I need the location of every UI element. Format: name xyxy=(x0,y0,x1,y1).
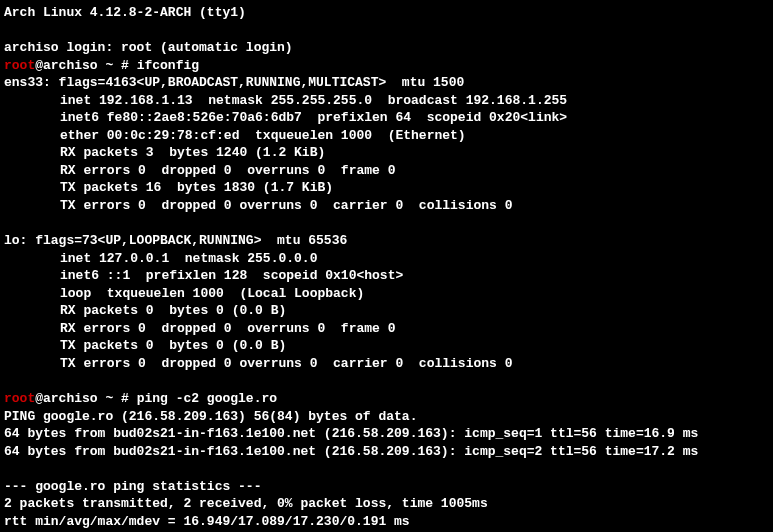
ifconfig-ens33-inet6: inet6 fe80::2ae8:526e:70a6:6db7 prefixle… xyxy=(4,109,769,127)
blank-line xyxy=(4,372,769,390)
ifconfig-lo-rxerrors: RX errors 0 dropped 0 overruns 0 frame 0 xyxy=(4,320,769,338)
ping-stats-header: --- google.ro ping statistics --- xyxy=(4,478,769,496)
blank-line xyxy=(4,22,769,40)
ifconfig-lo-header: lo: flags=73<UP,LOOPBACK,RUNNING> mtu 65… xyxy=(4,232,769,250)
ping-header: PING google.ro (216.58.209.163) 56(84) b… xyxy=(4,408,769,426)
ifconfig-lo-rxpackets: RX packets 0 bytes 0 (0.0 B) xyxy=(4,302,769,320)
blank-line xyxy=(4,460,769,478)
command-ping: ping -c2 google.ro xyxy=(137,391,277,406)
ifconfig-ens33-header: ens33: flags=4163<UP,BROADCAST,RUNNING,M… xyxy=(4,74,769,92)
ping-stats-rtt: rtt min/avg/max/mdev = 16.949/17.089/17.… xyxy=(4,513,769,531)
ifconfig-lo-txerrors: TX errors 0 dropped 0 overruns 0 carrier… xyxy=(4,355,769,373)
ping-stats-summary: 2 packets transmitted, 2 received, 0% pa… xyxy=(4,495,769,513)
prompt-line-2[interactable]: root@archiso ~ # ping -c2 google.ro xyxy=(4,390,769,408)
ifconfig-lo-loop: loop txqueuelen 1000 (Local Loopback) xyxy=(4,285,769,303)
ifconfig-ens33-txpackets: TX packets 16 bytes 1830 (1.7 KiB) xyxy=(4,179,769,197)
ifconfig-lo-inet: inet 127.0.0.1 netmask 255.0.0.0 xyxy=(4,250,769,268)
ifconfig-ens33-inet: inet 192.168.1.13 netmask 255.255.255.0 … xyxy=(4,92,769,110)
ifconfig-ens33-txerrors: TX errors 0 dropped 0 overruns 0 carrier… xyxy=(4,197,769,215)
prompt-line-1[interactable]: root@archiso ~ # ifconfig xyxy=(4,57,769,75)
ifconfig-ens33-rxerrors: RX errors 0 dropped 0 overruns 0 frame 0 xyxy=(4,162,769,180)
ifconfig-ens33-rxpackets: RX packets 3 bytes 1240 (1.2 KiB) xyxy=(4,144,769,162)
ifconfig-ens33-ether: ether 00:0c:29:78:cf:ed txqueuelen 1000 … xyxy=(4,127,769,145)
prompt-host-path: @archiso ~ # xyxy=(35,391,136,406)
header-line: Arch Linux 4.12.8-2-ARCH (tty1) xyxy=(4,4,769,22)
prompt-host-path: @archiso ~ # xyxy=(35,58,136,73)
prompt-user: root xyxy=(4,391,35,406)
login-line: archiso login: root (automatic login) xyxy=(4,39,769,57)
ping-reply-1: 64 bytes from bud02s21-in-f163.1e100.net… xyxy=(4,425,769,443)
blank-line xyxy=(4,215,769,233)
ping-reply-2: 64 bytes from bud02s21-in-f163.1e100.net… xyxy=(4,443,769,461)
command-ifconfig: ifconfig xyxy=(137,58,199,73)
ifconfig-lo-inet6: inet6 ::1 prefixlen 128 scopeid 0x10<hos… xyxy=(4,267,769,285)
ifconfig-lo-txpackets: TX packets 0 bytes 0 (0.0 B) xyxy=(4,337,769,355)
prompt-user: root xyxy=(4,58,35,73)
